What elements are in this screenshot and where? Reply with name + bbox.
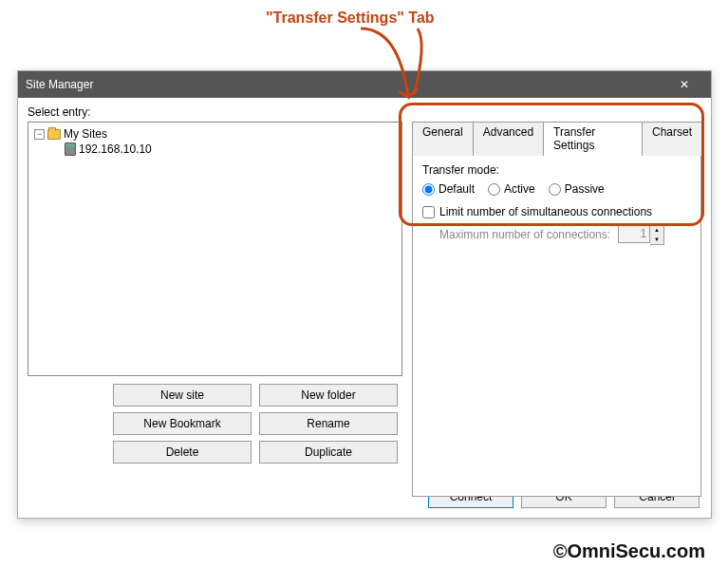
- tab-transfer-settings[interactable]: Transfer Settings: [543, 122, 643, 156]
- delete-button[interactable]: Delete: [113, 441, 252, 464]
- tree-root-my-sites[interactable]: − My Sites: [32, 126, 398, 142]
- folder-icon: [47, 129, 61, 140]
- new-bookmark-button[interactable]: New Bookmark: [113, 412, 252, 435]
- collapse-icon[interactable]: −: [34, 129, 45, 140]
- max-connections-label: Maximum number of connections:: [439, 228, 610, 241]
- tab-general[interactable]: General: [412, 122, 474, 156]
- radio-default-label: Default: [439, 182, 475, 196]
- radio-passive[interactable]: Passive: [549, 182, 605, 196]
- transfer-settings-panel: Transfer mode: Default Active Passive: [412, 155, 701, 497]
- limit-connections-checkbox[interactable]: Limit number of simultaneous connections: [422, 205, 691, 218]
- radio-default-input[interactable]: [422, 183, 435, 196]
- new-site-button[interactable]: New site: [113, 384, 252, 407]
- tree-item-site[interactable]: 192.168.10.10: [63, 142, 398, 157]
- tab-advanced[interactable]: Advanced: [473, 122, 544, 156]
- radio-active-input[interactable]: [488, 183, 500, 196]
- transfer-mode-label: Transfer mode:: [422, 163, 691, 177]
- spinner-up-button[interactable]: ▲: [650, 225, 663, 235]
- tree-item-label: 192.168.10.10: [79, 142, 152, 156]
- radio-passive-input[interactable]: [549, 183, 561, 196]
- site-tree[interactable]: − My Sites 192.168.10.10: [28, 122, 402, 376]
- radio-passive-label: Passive: [565, 182, 605, 196]
- radio-default[interactable]: Default: [422, 182, 475, 196]
- limit-connections-input[interactable]: [422, 206, 435, 218]
- titlebar: Site Manager ✕: [18, 71, 711, 98]
- radio-active[interactable]: Active: [488, 182, 535, 196]
- rename-button[interactable]: Rename: [259, 412, 398, 435]
- select-entry-label: Select entry:: [28, 105, 701, 119]
- tab-bar: General Advanced Transfer Settings Chars…: [412, 122, 701, 156]
- server-icon: [65, 142, 76, 156]
- site-manager-dialog: Site Manager ✕ Select entry: − My Sites …: [17, 70, 712, 519]
- duplicate-button[interactable]: Duplicate: [259, 441, 398, 464]
- max-connections-spinner[interactable]: ▲ ▼: [618, 224, 664, 245]
- new-folder-button[interactable]: New folder: [259, 384, 398, 407]
- tree-root-label: My Sites: [64, 127, 107, 141]
- close-icon: ✕: [680, 78, 689, 91]
- max-connections-input: [618, 224, 650, 243]
- radio-active-label: Active: [504, 182, 535, 196]
- close-button[interactable]: ✕: [665, 71, 703, 98]
- limit-connections-label: Limit number of simultaneous connections: [439, 205, 652, 218]
- spinner-down-button[interactable]: ▼: [650, 235, 663, 244]
- tab-charset[interactable]: Charset: [642, 122, 702, 156]
- annotation-label: "Transfer Settings" Tab: [266, 9, 435, 27]
- dialog-title: Site Manager: [26, 78, 665, 91]
- copyright-text: ©OmniSecu.com: [553, 540, 705, 562]
